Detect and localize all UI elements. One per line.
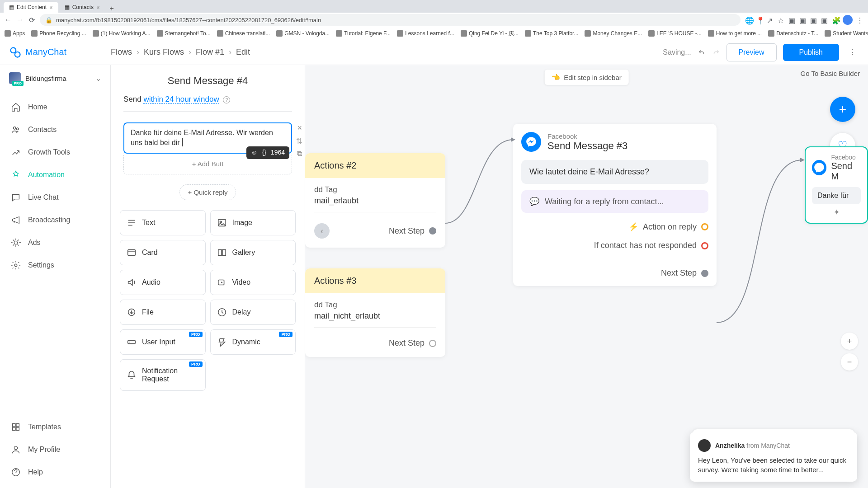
bookmark-item[interactable]: Student Wants an... bbox=[825, 30, 868, 37]
menu-icon[interactable]: ⋮ bbox=[856, 16, 863, 23]
new-tab-button[interactable]: + bbox=[106, 5, 118, 13]
message-textarea[interactable]: Danke für deine E-Mail Adresse. Wir werd… bbox=[123, 122, 292, 154]
breadcrumb-item[interactable]: Kurs Flows bbox=[144, 47, 184, 57]
close-icon[interactable]: × bbox=[49, 4, 53, 11]
variable-icon[interactable]: {} bbox=[262, 148, 266, 157]
share-icon[interactable]: ↗ bbox=[767, 16, 774, 23]
publish-button[interactable]: Publish bbox=[783, 44, 839, 61]
back-icon[interactable]: ← bbox=[5, 16, 12, 23]
content-type-notif[interactable]: Notification RequestPRO bbox=[120, 359, 206, 391]
more-menu-icon[interactable]: ⋮ bbox=[845, 46, 859, 59]
redo-icon[interactable] bbox=[712, 48, 720, 56]
chat-popup[interactable]: Anzhelika from ManyChat Hey Leon, You've… bbox=[690, 432, 857, 482]
content-type-text[interactable]: Text bbox=[120, 210, 206, 235]
undo-icon[interactable] bbox=[698, 48, 706, 56]
bookmark-item[interactable]: Datenschutz - T... bbox=[768, 30, 818, 37]
breadcrumb-item[interactable]: Flow #1 bbox=[196, 47, 224, 57]
breadcrumb-item[interactable]: Edit bbox=[236, 47, 250, 57]
content-type-dynamic[interactable]: DynamicPRO bbox=[210, 329, 296, 355]
bookmark-item[interactable]: LEE 'S HOUSE -... bbox=[648, 30, 702, 37]
translate-icon[interactable]: 🌐 bbox=[745, 16, 752, 23]
sidebar-item-home[interactable]: Home bbox=[0, 96, 110, 118]
content-type-label: Gallery bbox=[232, 249, 255, 257]
content-type-input[interactable]: User InputPRO bbox=[120, 329, 206, 355]
sidebar-item-help[interactable]: Help bbox=[0, 461, 110, 483]
profile-avatar[interactable] bbox=[843, 15, 853, 25]
send-window-link[interactable]: within 24 hour window bbox=[143, 95, 219, 104]
edit-in-sidebar-toggle[interactable]: 👈 Edit step in sidebar bbox=[544, 70, 629, 85]
star-icon[interactable]: ☆ bbox=[778, 16, 785, 23]
content-type-file[interactable]: File bbox=[120, 300, 206, 325]
bookmark-item[interactable]: Money Changes E... bbox=[585, 30, 642, 37]
emoji-icon[interactable]: ☺ bbox=[251, 148, 257, 157]
puzzle-icon[interactable]: 🧩 bbox=[832, 16, 839, 23]
bookmark-item[interactable]: Qing Fei De Yi - 庆... bbox=[461, 30, 519, 38]
preview-button[interactable]: Preview bbox=[726, 43, 777, 61]
actions-node-2[interactable]: Actions #2 dd Tag mail_erlaubt ‹ Next St… bbox=[305, 153, 445, 248]
tab-label: Edit Content bbox=[17, 4, 47, 10]
bookmark-item[interactable]: Lessons Learned f... bbox=[397, 30, 454, 37]
content-type-audio[interactable]: Audio bbox=[120, 270, 206, 295]
chevron-down-icon: ⌄ bbox=[95, 74, 101, 83]
go-basic-link[interactable]: Go To Basic Builder bbox=[801, 70, 860, 77]
account-switcher[interactable]: PRO Bildungsfirma ⌄ bbox=[0, 65, 110, 91]
chevron-right-icon: › bbox=[229, 47, 231, 57]
bookmark-item[interactable]: The Top 3 Platfor... bbox=[525, 30, 579, 37]
browser-tab[interactable]: ▦ Contacts × bbox=[59, 2, 105, 13]
browser-tab[interactable]: ▦ Edit Content × bbox=[4, 2, 58, 13]
bookmark-item[interactable]: (1) How Working A... bbox=[93, 30, 151, 37]
bookmark-item[interactable]: Sternangebot! To... bbox=[157, 30, 211, 37]
close-icon[interactable]: × bbox=[297, 123, 302, 133]
connector-port[interactable] bbox=[701, 223, 708, 230]
sidebar: PRO Bildungsfirma ⌄ HomeContactsGrowth T… bbox=[0, 65, 111, 488]
close-icon[interactable]: × bbox=[96, 4, 100, 11]
ext-icon[interactable]: ▣ bbox=[799, 16, 807, 23]
url-input[interactable]: 🔒 manychat.com/fb198150208192061/cms/fil… bbox=[40, 14, 741, 26]
sidebar-item-automation[interactable]: Automation bbox=[0, 164, 110, 186]
bookmark-item[interactable]: GMSN - Vologda... bbox=[276, 30, 330, 37]
message-node-4[interactable]: Faceboo Send M Danke für ✦ bbox=[805, 146, 868, 224]
bookmark-item[interactable]: Tutorial: Eigene F... bbox=[336, 30, 391, 37]
sidebar-item-broadcasting[interactable]: Broadcasting bbox=[0, 209, 110, 231]
sidebar-item-contacts[interactable]: Contacts bbox=[0, 118, 110, 141]
content-type-card[interactable]: Card bbox=[120, 240, 206, 265]
connector-port[interactable] bbox=[429, 340, 436, 347]
logo[interactable]: ManyChat bbox=[9, 46, 111, 59]
add-step-fab[interactable]: + bbox=[830, 97, 855, 122]
bookmark-item[interactable]: Phone Recycling ... bbox=[31, 30, 86, 37]
sidebar-item-ads[interactable]: Ads bbox=[0, 231, 110, 254]
connector-port[interactable] bbox=[429, 227, 436, 235]
zoom-out-button[interactable]: − bbox=[841, 353, 858, 371]
bookmark-item[interactable]: How to get more ... bbox=[708, 30, 762, 37]
info-icon[interactable]: ? bbox=[223, 96, 230, 103]
content-type-video[interactable]: Video bbox=[210, 270, 296, 295]
account-name: Bildungsfirma bbox=[25, 75, 91, 82]
back-icon[interactable]: ‹ bbox=[314, 223, 330, 239]
connector-port[interactable] bbox=[701, 242, 708, 249]
quick-reply-button[interactable]: + Quick reply bbox=[179, 184, 236, 200]
ext-icon[interactable]: ▣ bbox=[788, 16, 796, 23]
flow-canvas[interactable]: 👈 Edit step in sidebar Go To Basic Build… bbox=[305, 65, 868, 488]
message-node-3[interactable]: Facebook Send Message #3 Wie lautet dein… bbox=[513, 124, 717, 286]
copy-icon[interactable]: ⧉ bbox=[297, 150, 302, 158]
reload-icon[interactable]: ⟳ bbox=[28, 16, 35, 23]
actions-node-3[interactable]: Actions #3 dd Tag mail_nicht_erlaubt Nex… bbox=[305, 268, 445, 357]
zoom-in-button[interactable]: + bbox=[841, 333, 858, 350]
location-icon[interactable]: 📍 bbox=[756, 16, 763, 23]
content-type-gallery[interactable]: Gallery bbox=[210, 240, 296, 265]
content-type-delay[interactable]: Delay bbox=[210, 300, 296, 325]
resize-icon[interactable]: ⇅ bbox=[296, 137, 302, 145]
ext-icon[interactable]: ▣ bbox=[810, 16, 817, 23]
sidebar-item-settings[interactable]: Settings bbox=[0, 254, 110, 277]
forward-icon[interactable]: → bbox=[16, 16, 24, 23]
sidebar-item-templates[interactable]: Templates bbox=[0, 416, 110, 438]
sidebar-item-my-profile[interactable]: My Profile bbox=[0, 438, 110, 461]
breadcrumb-item[interactable]: Flows bbox=[111, 47, 132, 57]
bookmark-item[interactable]: Apps bbox=[5, 30, 25, 37]
content-type-image[interactable]: Image bbox=[210, 210, 296, 235]
connector-port[interactable] bbox=[701, 270, 708, 277]
ext-icon[interactable]: ▣ bbox=[821, 16, 828, 23]
sidebar-item-growth-tools[interactable]: Growth Tools bbox=[0, 141, 110, 164]
bookmark-item[interactable]: Chinese translati... bbox=[217, 30, 270, 37]
sidebar-item-live-chat[interactable]: Live Chat bbox=[0, 186, 110, 209]
